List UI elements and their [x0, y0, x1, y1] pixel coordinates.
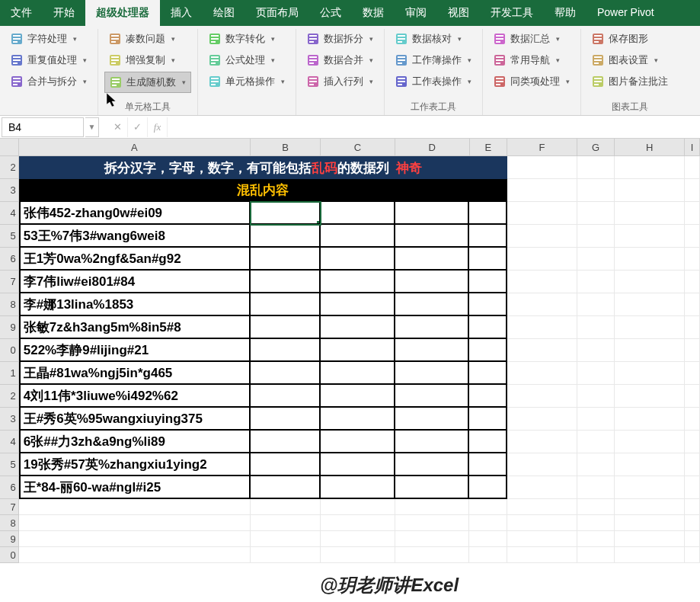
ribbon-btn-合并与拆分[interactable]: 合并与拆分▾ [6, 72, 91, 91]
row-header[interactable]: 8 [0, 293, 19, 316]
cell-d[interactable] [395, 476, 470, 499]
ribbon-btn-数据合并[interactable]: 数据合并▾ [302, 50, 378, 70]
cell[interactable] [507, 202, 577, 225]
row-header[interactable]: 6 [0, 248, 19, 271]
row-header[interactable]: 7 [0, 271, 19, 293]
cell[interactable] [507, 248, 577, 271]
row-header[interactable]: 9 [0, 316, 19, 339]
cell-c[interactable] [321, 202, 395, 225]
cell[interactable] [685, 531, 700, 547]
tab-home[interactable]: 开始 [43, 0, 85, 26]
col-header-c[interactable]: C [321, 139, 395, 155]
tab-insert[interactable]: 插入 [160, 0, 203, 26]
tab-pagelayout[interactable]: 页面布局 [245, 0, 309, 26]
cell[interactable] [577, 476, 615, 499]
cell[interactable] [685, 515, 700, 531]
cell[interactable] [507, 179, 577, 202]
cell[interactable] [615, 202, 685, 225]
row-header[interactable]: 1 [0, 362, 19, 385]
cell-b[interactable] [251, 362, 321, 385]
cell-d[interactable] [395, 431, 470, 453]
ribbon-btn-字符处理[interactable]: 字符处理▾ [6, 29, 91, 49]
cell[interactable] [321, 515, 395, 531]
cell[interactable] [577, 362, 615, 385]
cell[interactable] [507, 339, 577, 362]
cell[interactable] [615, 156, 685, 179]
ribbon-btn-重复值处理[interactable]: 重复值处理▾ [6, 50, 91, 70]
cell[interactable] [395, 515, 470, 531]
cell[interactable] [685, 202, 700, 225]
row-header[interactable]: 2 [0, 156, 19, 179]
cell[interactable] [577, 156, 615, 179]
cell[interactable] [469, 547, 507, 563]
cell[interactable] [577, 499, 615, 515]
row-header[interactable]: 8 [0, 515, 19, 531]
tab-draw[interactable]: 绘图 [203, 0, 245, 26]
col-header-d[interactable]: D [395, 139, 470, 155]
cell[interactable] [577, 225, 615, 248]
cell-d[interactable] [395, 408, 470, 431]
ribbon-btn-插入行列[interactable]: 插入行列▾ [302, 72, 378, 91]
cell[interactable] [251, 499, 321, 515]
cell[interactable] [321, 547, 395, 563]
formula-accept-icon[interactable]: ✓ [128, 117, 148, 137]
ribbon-btn-数据拆分[interactable]: 数据拆分▾ [302, 29, 378, 49]
row-header[interactable]: 2 [0, 385, 19, 408]
cell[interactable] [507, 515, 577, 531]
tab-file[interactable]: 文件 [0, 0, 43, 26]
cell-c[interactable] [321, 362, 395, 385]
cell-b[interactable] [251, 408, 321, 431]
row-header[interactable]: 4 [0, 431, 19, 453]
cell-c[interactable] [321, 408, 395, 431]
cell-e[interactable] [469, 385, 507, 408]
cell[interactable] [507, 408, 577, 431]
cell-e[interactable] [469, 476, 507, 499]
cell[interactable] [577, 293, 615, 316]
cell-d[interactable] [395, 362, 470, 385]
ribbon-btn-保存图形[interactable]: 保存图形 [587, 29, 673, 49]
col-header-g[interactable]: G [577, 139, 615, 155]
cell[interactable] [469, 515, 507, 531]
row-header[interactable]: 3 [0, 179, 19, 202]
tab-superprocessor[interactable]: 超级处理器 [85, 0, 160, 26]
cell-c[interactable] [321, 339, 395, 362]
cell[interactable] [19, 531, 251, 547]
cell[interactable] [615, 408, 685, 431]
cell[interactable] [507, 316, 577, 339]
tab-view[interactable]: 视图 [437, 0, 480, 26]
cell-b[interactable] [251, 248, 321, 271]
cell-d[interactable] [395, 248, 470, 271]
cell[interactable] [615, 293, 685, 316]
formula-cancel-icon[interactable]: ✕ [108, 117, 128, 137]
data-cell[interactable]: 李#娜13lina%1853 [19, 293, 251, 316]
cell[interactable] [685, 547, 700, 563]
cell-e[interactable] [469, 316, 507, 339]
cell[interactable] [685, 499, 700, 515]
cell[interactable] [685, 431, 700, 453]
cell-b[interactable] [251, 271, 321, 293]
cell[interactable] [685, 385, 700, 408]
cell-b[interactable] [251, 316, 321, 339]
cell-e[interactable] [469, 202, 507, 225]
data-cell[interactable]: 6张##力3zh&a9ng%li89 [19, 431, 251, 453]
cell[interactable] [577, 339, 615, 362]
cell-d[interactable] [395, 385, 470, 408]
cell[interactable] [685, 248, 700, 271]
cell-d[interactable] [395, 293, 470, 316]
tab-powerpivot[interactable]: Power Pivot [587, 0, 665, 26]
fx-icon[interactable]: fx [148, 117, 168, 137]
data-cell[interactable]: 522%李静9#lijing#21 [19, 339, 251, 362]
cell[interactable] [577, 271, 615, 293]
row-header[interactable]: 7 [0, 499, 19, 515]
cell[interactable] [685, 453, 700, 476]
cell[interactable] [321, 499, 395, 515]
cell[interactable] [507, 156, 577, 179]
data-cell[interactable]: 王*84-丽60-wa#ngl#i25 [19, 476, 251, 499]
cell[interactable] [251, 547, 321, 563]
header-cell[interactable]: 混乱内容 [19, 179, 507, 202]
cell-c[interactable] [321, 453, 395, 476]
select-all-corner[interactable] [0, 139, 19, 155]
cell[interactable] [395, 499, 470, 515]
cell-e[interactable] [469, 225, 507, 248]
cell[interactable] [507, 293, 577, 316]
